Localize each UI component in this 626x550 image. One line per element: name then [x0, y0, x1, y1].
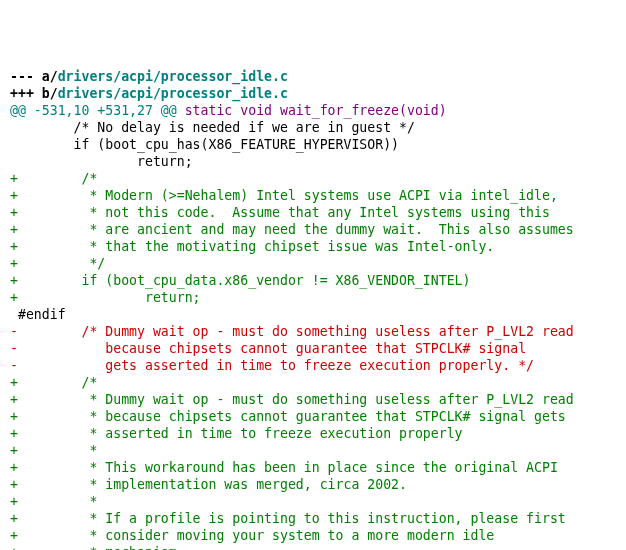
diff-line-add: + * are ancient and may need the dummy w… [10, 221, 622, 238]
diff-line-add: + * because chipsets cannot guarantee th… [10, 408, 622, 425]
diff-line-add: + * [10, 442, 622, 459]
hunk-context: static void wait_for_freeze(void) [177, 103, 447, 118]
diff-line-add: + * [10, 493, 622, 510]
file-header-b: +++ b/drivers/acpi/processor_idle.c [10, 85, 622, 102]
file-b-path: drivers/acpi/processor_idle.c [58, 86, 288, 101]
diff-line-add: + * implementation was merged, circa 200… [10, 476, 622, 493]
hunk-header: @@ -531,10 +531,27 @@ static void wait_f… [10, 102, 622, 119]
diff-line-add: + /* [10, 374, 622, 391]
diff-line-del: - gets asserted in time to freeze execut… [10, 357, 622, 374]
diff-line-add: + /* [10, 170, 622, 187]
diff-line-ctx: #endif [10, 306, 622, 323]
diff-line-add: + * This workaround has been in place si… [10, 459, 622, 476]
file-b-prefix: +++ b/ [10, 86, 58, 101]
diff-line-add: + return; [10, 289, 622, 306]
diff-line-add: + * consider moving your system to a mor… [10, 527, 622, 544]
diff-line-add: + * that the motivating chipset issue wa… [10, 238, 622, 255]
diff-line-add: + if (boot_cpu_data.x86_vendor != X86_VE… [10, 272, 622, 289]
diff-line-del: - because chipsets cannot guarantee that… [10, 340, 622, 357]
diff-line-add: + * asserted in time to freeze execution… [10, 425, 622, 442]
diff-line-add: + */ [10, 255, 622, 272]
diff-line-ctx: /* No delay is needed if we are in guest… [10, 119, 622, 136]
file-a-path: drivers/acpi/processor_idle.c [58, 69, 288, 84]
diff-line-ctx: return; [10, 153, 622, 170]
file-a-prefix: --- a/ [10, 69, 58, 84]
diff-line-add: + * Modern (>=Nehalem) Intel systems use… [10, 187, 622, 204]
diff-line-add: + * If a profile is pointing to this ins… [10, 510, 622, 527]
diff-line-add: + * Dummy wait op - must do something us… [10, 391, 622, 408]
diff-line-add: + * not this code. Assume that any Intel… [10, 204, 622, 221]
diff-line-del: - /* Dummy wait op - must do something u… [10, 323, 622, 340]
hunk-range: @@ -531,10 +531,27 @@ [10, 103, 177, 118]
diff-line-ctx: if (boot_cpu_has(X86_FEATURE_HYPERVISOR)… [10, 136, 622, 153]
diff-line-add: + * mechanism. [10, 544, 622, 550]
file-header-a: --- a/drivers/acpi/processor_idle.c [10, 68, 622, 85]
